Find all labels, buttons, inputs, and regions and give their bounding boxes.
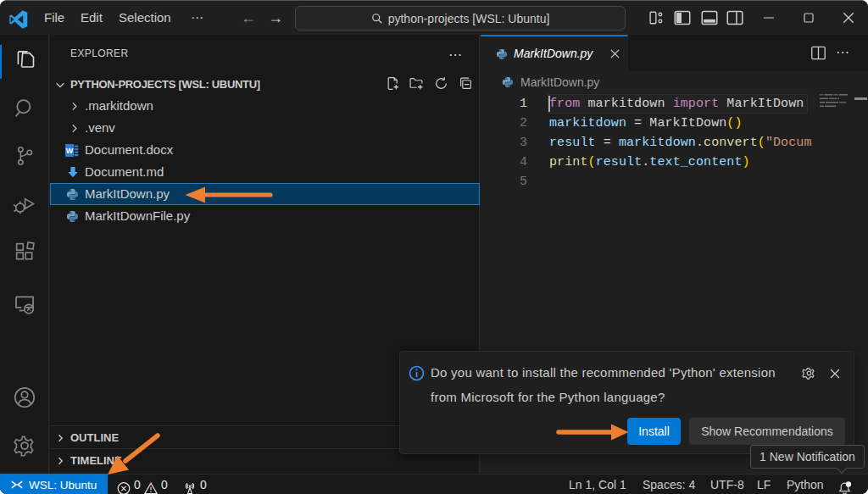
svg-text:W: W [66, 147, 74, 155]
